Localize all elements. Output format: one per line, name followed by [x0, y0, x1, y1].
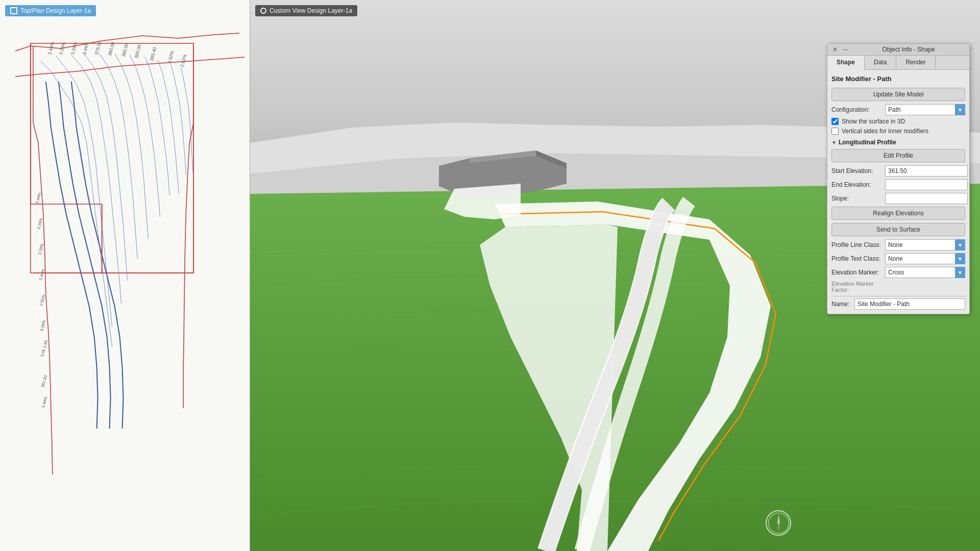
- realign-elevations-button[interactable]: Realign Elevations: [831, 207, 965, 220]
- configuration-dropdown[interactable]: Path ▼: [885, 104, 965, 115]
- longitudinal-profile-title: Longitudinal Profile: [839, 139, 896, 146]
- svg-marker-36: [777, 523, 780, 532]
- object-info-panel: ✕ ─ Object Info - Shape Shape Data Rende…: [827, 43, 970, 314]
- slope-row: Slope:: [831, 193, 965, 204]
- name-label: Name:: [831, 300, 854, 308]
- contour-svg: 395.40 390.00 385.00 380.00 375.00 3.44%…: [0, 0, 250, 551]
- start-elevation-input[interactable]: [885, 165, 968, 177]
- view-icon-circle: [260, 8, 266, 14]
- update-site-model-button[interactable]: Update Site Model: [831, 88, 965, 101]
- start-elevation-row: Start Elevation:: [831, 165, 965, 177]
- collapse-arrow-icon: ▼: [831, 140, 837, 145]
- left-panel: Top/Plan Design Layer-1a: [0, 0, 250, 551]
- elevation-marker-factor-label: Elevation Marker Factor:: [831, 281, 885, 293]
- tab-render[interactable]: Render: [896, 56, 935, 69]
- view-icon-square: [10, 7, 17, 14]
- show-surface-label: Show the surface in 3D: [842, 118, 905, 125]
- main-container: Top/Plan Design Layer-1a: [0, 0, 980, 551]
- configuration-label: Configuration:: [831, 106, 885, 113]
- name-row: Name:: [831, 296, 965, 310]
- tab-shape[interactable]: Shape: [827, 56, 865, 70]
- profile-line-class-row: Profile Line Class: None ▼: [831, 239, 965, 251]
- top-plan-view-label: Top/Plan Design Layer-1a: [5, 5, 96, 16]
- svg-marker-35: [777, 514, 780, 523]
- profile-text-class-row: Profile Text Class: None ▼: [831, 253, 965, 264]
- panel-content: Site Modifier - Path Update Site Model C…: [827, 70, 969, 314]
- profile-line-class-dropdown[interactable]: None ▼: [885, 239, 965, 251]
- elevation-marker-dropdown[interactable]: Cross ▼: [885, 267, 965, 278]
- elevation-marker-label: Elevation Marker:: [831, 269, 885, 276]
- panel-titlebar: ✕ ─ Object Info - Shape: [827, 44, 969, 56]
- name-input[interactable]: [854, 298, 965, 310]
- longitudinal-profile-header: ▼ Longitudinal Profile: [831, 139, 965, 146]
- show-surface-checkbox[interactable]: [831, 118, 839, 125]
- tab-data[interactable]: Data: [865, 56, 896, 69]
- section-title: Site Modifier - Path: [831, 74, 965, 84]
- send-to-surface-button[interactable]: Send to Surface: [831, 223, 965, 236]
- minimize-button[interactable]: ─: [842, 46, 849, 53]
- edit-profile-button[interactable]: Edit Profile: [831, 149, 965, 162]
- profile-text-class-select[interactable]: None: [885, 253, 965, 264]
- custom-view-label: Custom View Design Layer-1a: [255, 5, 357, 16]
- panel-title: Object Info - Shape: [852, 46, 965, 53]
- elevation-marker-factor-row: Elevation Marker Factor:: [831, 281, 965, 293]
- custom-view-label-text: Custom View Design Layer-1a: [270, 7, 352, 14]
- svg-rect-0: [0, 0, 250, 551]
- slope-input[interactable]: [885, 193, 968, 204]
- close-button[interactable]: ✕: [831, 46, 839, 53]
- start-elevation-label: Start Elevation:: [831, 167, 885, 174]
- elevation-marker-row: Elevation Marker: Cross ▼: [831, 267, 965, 278]
- configuration-select[interactable]: Path: [885, 104, 965, 115]
- vertical-sides-row: Vertical sides for inner modifiers: [831, 128, 965, 135]
- elevation-marker-select[interactable]: Cross: [885, 267, 965, 278]
- profile-line-class-select[interactable]: None: [885, 239, 965, 251]
- top-plan-label-text: Top/Plan Design Layer-1a: [20, 7, 91, 14]
- end-elevation-row: End Elevation:: [831, 179, 965, 190]
- profile-line-class-label: Profile Line Class:: [831, 241, 885, 248]
- show-surface-row: Show the surface in 3D: [831, 118, 965, 125]
- vertical-sides-checkbox[interactable]: [831, 128, 839, 135]
- configuration-row: Configuration: Path ▼: [831, 104, 965, 115]
- compass: [766, 510, 791, 536]
- profile-text-class-dropdown[interactable]: None ▼: [885, 253, 965, 264]
- end-elevation-input[interactable]: [885, 179, 968, 190]
- slope-label: Slope:: [831, 195, 885, 202]
- profile-text-class-label: Profile Text Class:: [831, 255, 885, 262]
- panel-tabs: Shape Data Render: [827, 56, 969, 70]
- svg-point-37: [777, 522, 779, 524]
- end-elevation-label: End Elevation:: [831, 181, 885, 188]
- vertical-sides-label: Vertical sides for inner modifiers: [842, 128, 928, 135]
- right-panel: Custom View Design Layer-1a: [250, 0, 980, 551]
